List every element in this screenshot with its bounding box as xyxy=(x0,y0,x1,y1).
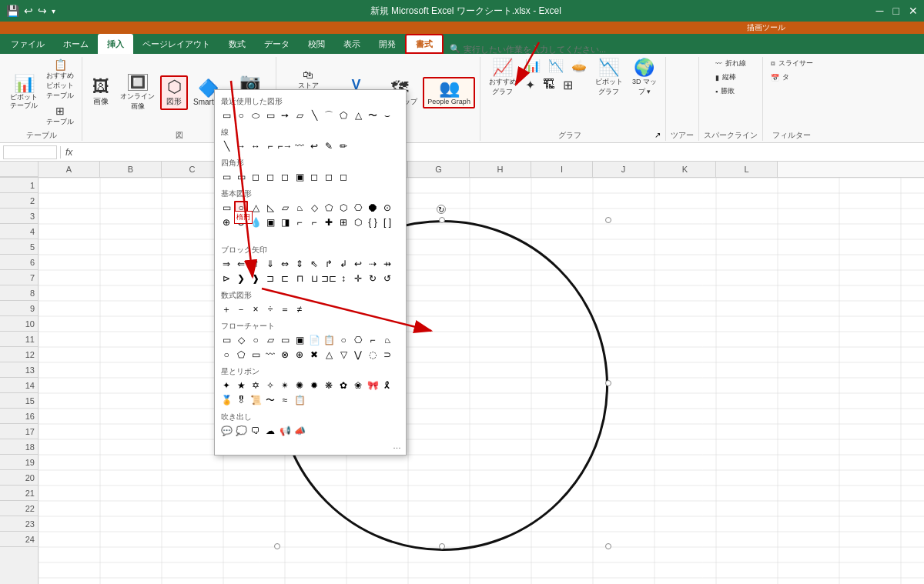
shape-pentagon[interactable]: ⬠ xyxy=(336,108,350,122)
fc-manual-input[interactable]: ⌐ xyxy=(366,333,380,347)
fc-predefined[interactable]: ▭ xyxy=(278,333,292,347)
basic-diagonal[interactable]: ⌐ xyxy=(307,215,321,229)
basic-can[interactable]: ⬡ xyxy=(351,215,365,229)
shape-triangle-recent[interactable]: △ xyxy=(351,108,365,122)
star12[interactable]: ✹ xyxy=(307,379,321,392)
tab-format[interactable]: 書式 xyxy=(405,34,444,54)
arrow-striped[interactable]: ⇢ xyxy=(366,257,380,271)
column-sparkline-button[interactable]: ▮ 縦棒 xyxy=(712,71,749,84)
fc-delay[interactable]: ⊃ xyxy=(380,348,394,362)
basic-heptagon[interactable]: ⎔ xyxy=(351,201,365,215)
charts-expand-icon[interactable]: ↗ xyxy=(654,131,661,139)
arrow-callout-u[interactable]: ⊓ xyxy=(293,272,306,285)
tab-review[interactable]: 校閲 xyxy=(299,34,334,54)
arrow-pentagon[interactable]: ⊳ xyxy=(219,272,233,285)
basic-bracket-pair[interactable]: [ ] xyxy=(380,215,394,229)
star7[interactable]: ✧ xyxy=(263,379,277,392)
rect-notch[interactable]: ◻ xyxy=(336,170,350,184)
rect-rounded[interactable]: ▭ xyxy=(234,170,248,184)
restore-btn[interactable]: □ xyxy=(893,5,899,17)
arrow-notched[interactable]: ⇸ xyxy=(380,257,394,271)
3d-map-button[interactable]: 🌍 3D マップ ▾ xyxy=(628,57,661,99)
basic-decagon[interactable]: ⊙ xyxy=(380,201,394,215)
math-divide[interactable]: ÷ xyxy=(263,302,277,316)
bar-chart-button[interactable]: 📊 xyxy=(522,57,544,75)
basic-pentagon[interactable]: ⬠ xyxy=(322,201,336,215)
expand-charts-button[interactable]: ⊞ xyxy=(560,76,576,94)
fc-connector[interactable]: ○ xyxy=(219,348,233,362)
math-equals[interactable]: ＝ xyxy=(278,302,292,316)
line-scribble[interactable]: ✎ xyxy=(322,139,336,153)
fc-stored-data[interactable]: ◌ xyxy=(366,348,380,362)
arrow-right-block[interactable]: ⇒ xyxy=(219,257,233,271)
online-pictures-button[interactable]: 🔲 オンライン画像 xyxy=(116,72,159,114)
arrow-callout-quad[interactable]: ✛ xyxy=(351,272,365,285)
people-graph-button[interactable]: 👥 People Graph xyxy=(423,77,475,108)
star6[interactable]: ✡ xyxy=(249,379,263,392)
fc-document[interactable]: 📄 xyxy=(307,333,321,347)
basic-trapezoid[interactable]: ⏢ xyxy=(293,201,306,215)
star16[interactable]: ❋ xyxy=(322,379,336,392)
rect-fold[interactable]: ◻ xyxy=(278,170,292,184)
arrow-chevron2[interactable]: ❱ xyxy=(249,272,263,285)
star5[interactable]: ★ xyxy=(234,379,248,392)
tab-home[interactable]: ホーム xyxy=(54,34,98,54)
fc-punched-tape[interactable]: 〰 xyxy=(263,348,277,362)
recommended-pivot-button[interactable]: 📋 おすすめピボットテーブル xyxy=(43,57,77,102)
arrow-bend-down[interactable]: ↲ xyxy=(336,257,350,271)
math-notequals[interactable]: ≠ xyxy=(293,302,306,316)
fc-merge[interactable]: ⋁ xyxy=(351,348,365,362)
pie-chart-button[interactable]: 🥧 xyxy=(568,57,590,75)
callout-oval[interactable]: 🗨 xyxy=(249,424,263,438)
line-elbow-arrow[interactable]: ⌐→ xyxy=(278,139,292,153)
ribbon3[interactable]: 🏅 xyxy=(219,393,233,407)
basic-brace-pair[interactable]: { } xyxy=(366,215,380,229)
rect-snip[interactable]: ◻ xyxy=(249,170,263,184)
fc-manual-operation[interactable]: ⏢ xyxy=(380,333,394,347)
shapes-button[interactable]: ⬡ 図形 xyxy=(160,75,188,110)
ribbon4[interactable]: 🎖 xyxy=(234,393,248,407)
line-curved[interactable]: 〰 xyxy=(293,139,306,153)
basic-pie[interactable]: ⊕ xyxy=(219,215,233,229)
shape-curve[interactable]: ⌣ xyxy=(380,108,394,122)
table-button[interactable]: ⊞ テーブル xyxy=(43,103,77,128)
basic-oval[interactable]: ○ 楕円 xyxy=(234,201,248,215)
ribbon1[interactable]: 🎀 xyxy=(366,379,380,392)
tab-view[interactable]: 表示 xyxy=(334,34,370,54)
math-plus[interactable]: ＋ xyxy=(219,302,233,316)
callout-rect[interactable]: 💬 xyxy=(219,424,233,438)
circular-arrow[interactable]: ↻ xyxy=(366,272,380,285)
tab-formulas[interactable]: 数式 xyxy=(219,34,255,54)
fc-decision[interactable]: ◇ xyxy=(234,333,248,347)
rect-snip2[interactable]: ◻ xyxy=(263,170,277,184)
basic-hexagon[interactable]: ⬡ xyxy=(336,201,350,215)
quick-access-more[interactable]: ▾ xyxy=(52,7,55,15)
arrow-left-block[interactable]: ⇐ xyxy=(234,257,248,271)
arrow-up-down-block[interactable]: ⇕ xyxy=(293,257,306,271)
scatter-chart-button[interactable]: ✦ xyxy=(522,76,538,94)
callout-rounded[interactable]: 💭 xyxy=(234,424,248,438)
close-btn[interactable]: ✕ xyxy=(909,5,918,17)
arrow-bend-up[interactable]: ↱ xyxy=(322,257,336,271)
line-straight[interactable]: ╲ xyxy=(219,139,233,153)
ribbon2[interactable]: 🎗 xyxy=(380,379,394,392)
name-box[interactable] xyxy=(3,145,57,159)
basic-cube[interactable]: ⊞ xyxy=(336,215,350,229)
search-input[interactable] xyxy=(464,45,618,54)
arrow-up-block[interactable]: ⇑ xyxy=(249,257,263,271)
basic-half-frame[interactable]: ◨ xyxy=(278,215,292,229)
shape-arrow-right[interactable]: ➙ xyxy=(278,108,292,122)
waterfall-chart-button[interactable]: 🏗 xyxy=(540,76,558,94)
rect-stripe[interactable]: ◻ xyxy=(322,170,336,184)
line-freeform[interactable]: ✏ xyxy=(336,139,350,153)
save-icon[interactable]: 💾 xyxy=(6,5,19,17)
ribbon5[interactable]: 📜 xyxy=(249,393,263,407)
basic-corner[interactable]: ⌐ xyxy=(293,215,306,229)
shape-line-diag[interactable]: ╲ xyxy=(307,108,321,122)
basic-plus[interactable]: ✚ xyxy=(322,215,336,229)
shape-squig[interactable]: 〜 xyxy=(366,108,380,122)
star32[interactable]: ❀ xyxy=(351,379,365,392)
circular-arrow2[interactable]: ↺ xyxy=(380,272,394,285)
basic-diamond[interactable]: ◇ xyxy=(307,201,321,215)
line-curved-arrow[interactable]: ↩ xyxy=(307,139,321,153)
